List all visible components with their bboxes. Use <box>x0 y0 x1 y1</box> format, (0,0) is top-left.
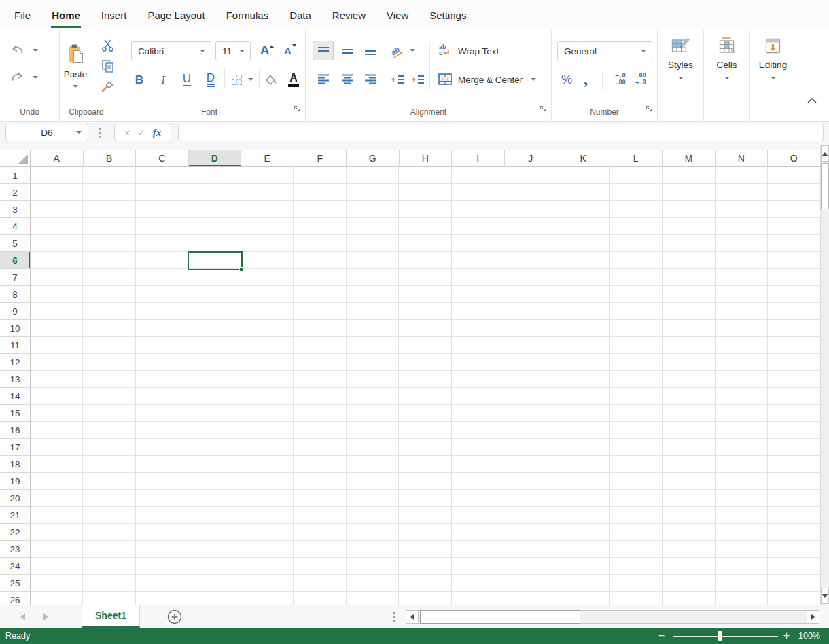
fill-color-button[interactable] <box>261 70 280 89</box>
tab-page-layout[interactable]: Page Layout <box>147 0 205 30</box>
tab-formulas[interactable]: Formulas <box>226 0 269 30</box>
row-header-14[interactable]: 14 <box>0 388 30 405</box>
row-header-3[interactable]: 3 <box>0 201 30 218</box>
increase-indent-button[interactable] <box>408 69 427 89</box>
borders-button[interactable] <box>228 70 245 89</box>
row-header-23[interactable]: 23 <box>0 541 30 558</box>
scroll-right-button[interactable] <box>807 610 819 624</box>
undo-button[interactable] <box>8 42 26 57</box>
column-header-M[interactable]: M <box>663 150 716 166</box>
next-sheet-button[interactable] <box>43 613 48 620</box>
horizontal-scrollbar-thumb[interactable] <box>420 610 580 624</box>
row-header-21[interactable]: 21 <box>0 507 30 524</box>
decrease-font-button[interactable]: A <box>281 41 300 60</box>
vertical-scrollbar[interactable] <box>820 145 829 605</box>
borders-dropdown[interactable] <box>247 77 255 82</box>
tab-insert[interactable]: Insert <box>101 0 127 30</box>
scroll-up-button[interactable] <box>821 145 829 162</box>
editing-button[interactable]: Editing <box>750 37 796 79</box>
collapse-ribbon-button[interactable] <box>803 94 821 107</box>
font-name-select[interactable]: Calibri <box>131 41 211 60</box>
row-header-18[interactable]: 18 <box>0 456 30 473</box>
column-header-B[interactable]: B <box>84 150 137 166</box>
row-header-16[interactable]: 16 <box>0 422 30 439</box>
font-dialog-launcher[interactable] <box>294 105 300 112</box>
styles-button[interactable]: Styles <box>658 37 703 79</box>
column-header-N[interactable]: N <box>716 150 769 166</box>
row-header-2[interactable]: 2 <box>0 184 30 201</box>
alignment-dialog-launcher[interactable] <box>540 105 546 112</box>
column-header-C[interactable]: C <box>136 150 189 166</box>
row-header-8[interactable]: 8 <box>0 286 30 303</box>
align-top-button[interactable] <box>313 41 334 60</box>
insert-function-icon[interactable]: fx <box>153 128 162 138</box>
column-header-I[interactable]: I <box>452 150 505 166</box>
horizontal-scrollbar[interactable] <box>406 610 819 624</box>
row-header-13[interactable]: 13 <box>0 371 30 388</box>
fill-handle[interactable] <box>239 267 244 272</box>
decrease-indent-button[interactable] <box>388 69 407 89</box>
orientation-dropdown[interactable] <box>408 48 417 53</box>
formula-bar-resize-grip[interactable] <box>401 140 431 144</box>
align-bottom-button[interactable] <box>359 41 381 60</box>
row-header-15[interactable]: 15 <box>0 405 30 422</box>
cells-area[interactable] <box>31 167 820 605</box>
vertical-scrollbar-thumb[interactable] <box>821 163 829 209</box>
cells-button[interactable]: Cells <box>704 37 749 79</box>
scroll-left-button[interactable] <box>406 610 419 624</box>
row-header-4[interactable]: 4 <box>0 218 30 235</box>
number-format-select[interactable]: General <box>557 41 652 60</box>
row-header-25[interactable]: 25 <box>0 575 30 592</box>
zoom-slider-thumb[interactable] <box>718 631 722 641</box>
scroll-down-button[interactable] <box>821 588 829 604</box>
tab-data[interactable]: Data <box>289 0 311 30</box>
tab-home[interactable]: Home <box>52 0 80 30</box>
row-header-11[interactable]: 11 <box>0 337 30 354</box>
align-center-button[interactable] <box>336 69 357 89</box>
row-header-20[interactable]: 20 <box>0 490 30 507</box>
decrease-decimal-button[interactable]: ←.0.00 <box>612 70 629 89</box>
column-header-G[interactable]: G <box>347 150 400 166</box>
name-box[interactable]: D6 <box>5 124 88 141</box>
cancel-entry-icon[interactable]: × <box>124 128 130 138</box>
add-sheet-button[interactable] <box>167 609 182 624</box>
sheet-tab-sheet1[interactable]: Sheet1 <box>82 605 140 628</box>
comma-style-button[interactable]: , <box>578 70 594 89</box>
row-header-5[interactable]: 5 <box>0 235 30 252</box>
tab-view[interactable]: View <box>387 0 408 30</box>
tab-file[interactable]: File <box>14 0 31 30</box>
row-header-17[interactable]: 17 <box>0 439 30 456</box>
row-header-7[interactable]: 7 <box>0 269 30 286</box>
undo-dropdown[interactable] <box>31 48 39 53</box>
name-box-resize-grip[interactable] <box>99 128 101 138</box>
redo-button[interactable] <box>8 69 26 84</box>
row-header-6[interactable]: 6 <box>0 252 30 269</box>
tab-review[interactable]: Review <box>332 0 366 30</box>
column-header-J[interactable]: J <box>505 150 558 166</box>
previous-sheet-button[interactable] <box>20 613 25 620</box>
row-header-22[interactable]: 22 <box>0 524 30 541</box>
row-header-24[interactable]: 24 <box>0 558 30 575</box>
row-header-9[interactable]: 9 <box>0 303 30 320</box>
paste-button[interactable]: Paste <box>61 37 90 95</box>
double-underline-button[interactable]: D <box>201 70 220 89</box>
increase-font-button[interactable]: A <box>258 41 277 60</box>
zoom-in-button[interactable]: + <box>783 628 790 644</box>
align-right-button[interactable] <box>359 69 381 89</box>
tab-settings[interactable]: Settings <box>429 0 466 30</box>
align-middle-button[interactable] <box>336 41 357 60</box>
row-header-10[interactable]: 10 <box>0 320 30 337</box>
row-header-1[interactable]: 1 <box>0 167 30 184</box>
bold-button[interactable]: B <box>130 70 149 89</box>
underline-button[interactable]: U <box>177 70 196 89</box>
confirm-entry-icon[interactable]: ✓ <box>138 128 145 137</box>
column-header-O[interactable]: O <box>768 150 820 166</box>
italic-button[interactable]: I <box>154 70 173 89</box>
font-size-select[interactable]: 11 <box>215 41 251 60</box>
select-all-corner[interactable] <box>0 150 31 167</box>
column-header-E[interactable]: E <box>241 150 294 166</box>
orientation-button[interactable]: ab <box>388 41 406 60</box>
row-header-26[interactable]: 26 <box>0 592 30 605</box>
zoom-out-button[interactable]: − <box>658 628 665 644</box>
zoom-slider-track[interactable] <box>673 636 778 637</box>
